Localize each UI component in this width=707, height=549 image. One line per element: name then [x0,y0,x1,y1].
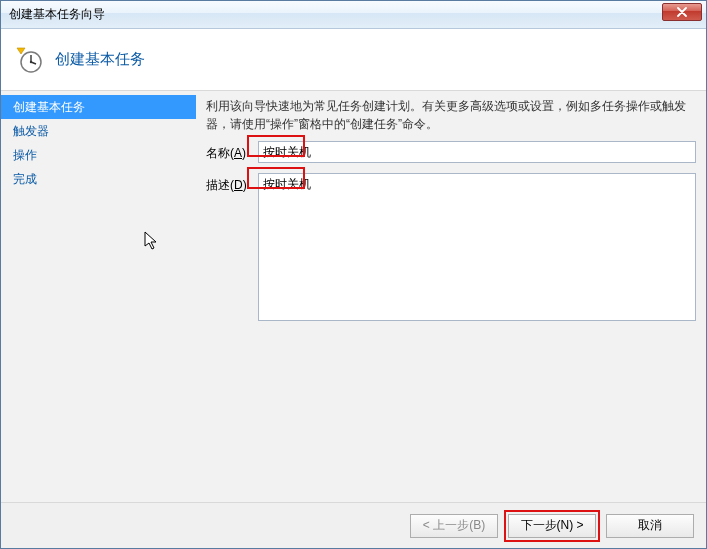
clock-icon [15,46,43,74]
back-button: < 上一步(B) [410,514,498,538]
content-pane: 利用该向导快速地为常见任务创建计划。有关更多高级选项或设置，例如多任务操作或触发… [196,91,706,502]
name-label: 名称(A): [206,141,258,162]
close-icon [676,7,688,17]
description-label: 描述(D): [206,173,258,194]
svg-marker-0 [17,48,25,54]
window-title: 创建基本任务向导 [9,6,105,23]
sidebar-item-action[interactable]: 操作 [1,143,196,167]
name-input[interactable] [258,141,696,163]
next-button[interactable]: 下一步(N) > [508,514,596,538]
row-name: 名称(A): [206,141,696,163]
wizard-window: 创建基本任务向导 创建基本任务 创建基本任务 触发器 操作 完成 [0,0,707,549]
cancel-button[interactable]: 取消 [606,514,694,538]
header-title: 创建基本任务 [55,50,145,69]
sidebar-item-finish[interactable]: 完成 [1,167,196,191]
body: 创建基本任务 触发器 操作 完成 利用该向导快速地为常见任务创建计划。有关更多高… [1,91,706,502]
header: 创建基本任务 [1,29,706,91]
help-text: 利用该向导快速地为常见任务创建计划。有关更多高级选项或设置，例如多任务操作或触发… [206,97,696,133]
close-button[interactable] [662,3,702,21]
sidebar-item-trigger[interactable]: 触发器 [1,119,196,143]
description-input[interactable] [258,173,696,321]
svg-point-4 [30,60,32,62]
sidebar-item-create-task[interactable]: 创建基本任务 [1,95,196,119]
footer: < 上一步(B) 下一步(N) > 取消 [1,502,706,548]
row-description: 描述(D): [206,173,696,321]
titlebar: 创建基本任务向导 [1,1,706,29]
sidebar: 创建基本任务 触发器 操作 完成 [1,91,196,502]
